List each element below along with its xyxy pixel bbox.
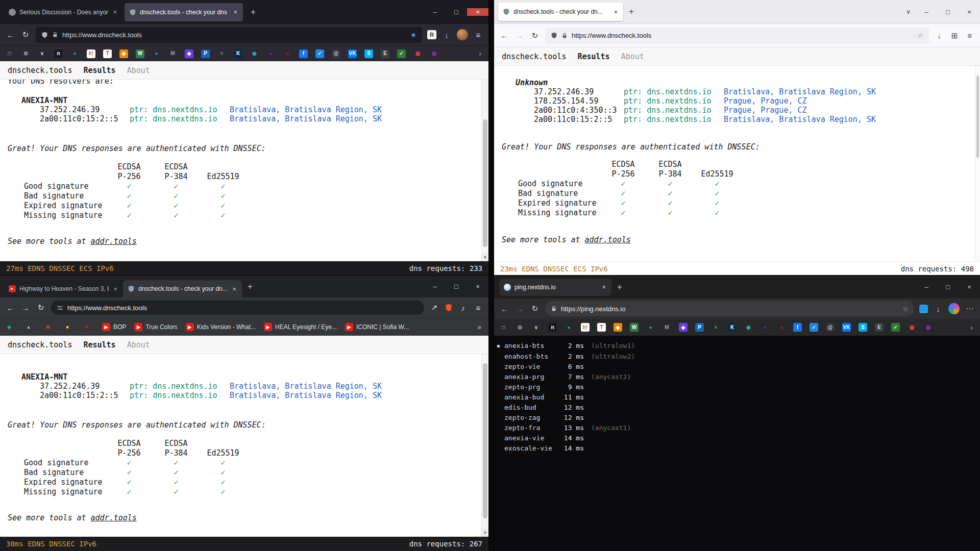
favorite-favicon[interactable]: M	[663, 323, 671, 332]
tab-ping-nextdns[interactable]: ping.nextdns.io ×	[499, 279, 611, 296]
more-menu-button[interactable]: ⋯	[965, 304, 975, 313]
bookmark-favicon[interactable]: ●	[70, 49, 79, 58]
bookmark[interactable]: ◆	[5, 323, 16, 331]
bookmark-favicon[interactable]: h!	[87, 49, 95, 58]
bookmark-favicon[interactable]: ◆	[185, 49, 193, 58]
downloads-icon[interactable]: ↓	[934, 31, 944, 40]
addr-tools-link[interactable]: addr.tools	[91, 237, 137, 246]
bookmark-favicon[interactable]: ▦	[430, 49, 438, 58]
tab-dnscheck[interactable]: dnscheck.tools - check your dn... ×	[123, 280, 242, 297]
bookmark-favicon[interactable]: @	[332, 49, 340, 58]
scroll-down-arrow[interactable]: ▼	[482, 529, 488, 537]
new-tab-button[interactable]: +	[242, 282, 258, 292]
favorite-favicon[interactable]: K	[728, 323, 737, 332]
reload-button[interactable]: ↻	[530, 304, 540, 313]
reload-button[interactable]: ↻	[530, 31, 540, 40]
back-button[interactable]: ←	[5, 31, 15, 39]
url-text[interactable]: https://www.dnscheck.tools	[572, 32, 651, 39]
url-text[interactable]: https://www.dnscheck.tools	[67, 304, 147, 312]
scrollbar-thumb[interactable]	[976, 76, 979, 158]
bookmark-favicon[interactable]: □	[5, 49, 14, 58]
close-button[interactable]: ×	[467, 8, 488, 16]
bookmark[interactable]: ▶HEAL Eyesight / Eye...	[264, 323, 337, 331]
favorite-favicon[interactable]: ●	[646, 323, 655, 332]
forward-button[interactable]: →	[514, 31, 525, 40]
bookmark-favicon[interactable]: ◉	[250, 49, 259, 58]
nav-about-link[interactable]: About	[127, 340, 150, 349]
share-icon[interactable]: ↗	[429, 303, 439, 312]
bookmark[interactable]: ▶BOP	[102, 323, 126, 331]
scrollbar-thumb[interactable]	[483, 119, 487, 246]
tab-close-icon[interactable]: ×	[232, 8, 238, 16]
bookmark-favicon[interactable]: ●	[266, 49, 275, 58]
favorite-favicon[interactable]: ◆	[679, 323, 688, 332]
bookmark[interactable]: ■	[63, 323, 75, 331]
bookmark-favicon[interactable]: ⊙	[21, 49, 30, 58]
favorite-favicon[interactable]: ⊙	[516, 323, 524, 332]
bookmark-favicon[interactable]: K	[234, 49, 242, 58]
browser-essentials-icon[interactable]	[919, 305, 928, 313]
extension-icon[interactable]: R	[427, 30, 436, 39]
bookmark-favicon[interactable]: n	[54, 49, 63, 58]
bookmark-favicon[interactable]: ✓	[397, 49, 406, 58]
chevron-right-icon[interactable]: ›	[968, 323, 975, 332]
new-tab-button[interactable]: +	[623, 7, 640, 17]
scroll-down-arrow[interactable]: ▼	[482, 253, 488, 261]
favorite-favicon[interactable]: ✓	[891, 323, 900, 332]
scrollbar[interactable]: ▼	[481, 354, 488, 537]
scrollbar-thumb[interactable]	[483, 363, 487, 518]
favorite-favicon[interactable]: h!	[581, 323, 590, 332]
menu-button[interactable]: ≡	[965, 31, 975, 40]
site-brand[interactable]: dnscheck.tools	[8, 340, 72, 349]
forward-button[interactable]: →	[20, 304, 31, 312]
maximize-button[interactable]: □	[937, 283, 959, 291]
bookmark-favicon[interactable]: T	[103, 49, 112, 58]
forward-button[interactable]: →	[514, 305, 525, 313]
favorite-favicon[interactable]: P	[695, 323, 704, 332]
favorite-favicon[interactable]: ×	[712, 323, 720, 332]
bookmark-star-icon[interactable]: ★	[410, 31, 416, 39]
back-button[interactable]: ←	[499, 305, 509, 313]
bookmark[interactable]: ▲	[24, 323, 36, 331]
bookmark-favicon[interactable]: ×	[217, 49, 226, 58]
favorite-favicon[interactable]: S	[859, 323, 867, 332]
favorite-favicon[interactable]: T	[597, 323, 606, 332]
tab-dnscheck[interactable]: dnscheck.tools - check your dn... ×	[498, 3, 623, 21]
bookmark-favicon[interactable]: ●	[152, 49, 161, 58]
scrollbar[interactable]: ▼	[481, 80, 488, 261]
nav-results-link[interactable]: Results	[577, 52, 609, 61]
new-tab-button[interactable]: +	[245, 7, 261, 17]
tab-close-icon[interactable]: ×	[231, 285, 237, 293]
url-bar[interactable]: https://www.dnscheck.tools ☆	[545, 28, 929, 44]
favorite-favicon[interactable]: n	[548, 323, 557, 332]
minimize-button[interactable]: –	[916, 283, 937, 291]
favorite-favicon[interactable]: ■	[777, 323, 786, 332]
downloads-icon[interactable]: ↓	[442, 31, 452, 39]
minimize-button[interactable]: –	[424, 8, 446, 16]
favorite-favicon[interactable]: ▦	[908, 323, 916, 332]
addr-tools-link[interactable]: addr.tools	[91, 513, 137, 522]
bookmark-favicon[interactable]: S	[364, 49, 373, 58]
tab-close-icon[interactable]: ×	[612, 8, 619, 16]
bookmark[interactable]: P	[83, 323, 94, 331]
reload-button[interactable]: ↻	[36, 303, 46, 312]
bookmark-favicon[interactable]: W	[136, 49, 144, 58]
reload-button[interactable]: ↻	[20, 30, 31, 39]
nav-results-link[interactable]: Results	[83, 66, 115, 75]
bookmark[interactable]: ▶Kids Version - What...	[186, 323, 256, 331]
back-button[interactable]: ←	[499, 31, 509, 40]
chevron-right-icon[interactable]: ›	[477, 49, 483, 58]
bookmark-favicon[interactable]: ∨	[38, 49, 46, 58]
maximize-button[interactable]: □	[446, 8, 467, 16]
menu-button[interactable]: ≡	[473, 304, 483, 312]
profile-avatar[interactable]	[457, 29, 468, 40]
bookmark[interactable]: ▶ICONIC | Sofia W...	[345, 323, 409, 331]
close-button[interactable]: ×	[959, 8, 980, 16]
favorite-favicon[interactable]: ▦	[924, 323, 933, 332]
tab-dnscheck[interactable]: dnscheck.tools - check your dns ×	[125, 3, 243, 21]
url-bar[interactable]: https://www.dnscheck.tools	[51, 300, 424, 315]
downloads-icon[interactable]: ↓	[933, 305, 943, 313]
bookmark-favicon[interactable]: f	[299, 49, 308, 58]
tab-close-icon[interactable]: ×	[112, 285, 118, 293]
menu-button[interactable]: ≡	[473, 31, 483, 39]
